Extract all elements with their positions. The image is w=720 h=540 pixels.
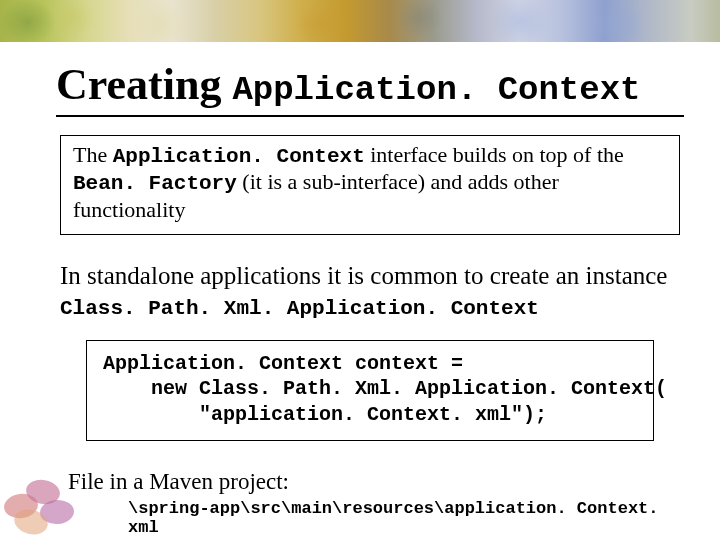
body-paragraph: In standalone applications it is common …: [60, 261, 680, 322]
body-classname: Class. Path. Xml. Application. Context: [60, 297, 539, 320]
code-block: Application. Context context = new Class…: [86, 340, 654, 441]
intro-classname-2: Bean. Factory: [73, 172, 237, 195]
slide-content: Creating Application. Context The Applic…: [0, 42, 720, 537]
intro-text-2: interface builds on top of the: [365, 142, 624, 167]
decorative-banner: [0, 0, 720, 42]
title-classname: Application. Context: [232, 71, 640, 109]
intro-classname-1: Application. Context: [113, 145, 365, 168]
slide-title: Creating Application. Context: [56, 62, 684, 109]
intro-text-1: The: [73, 142, 113, 167]
title-prefix: Creating: [56, 60, 232, 109]
footer-path: \spring-app\src\main\resources\applicati…: [128, 499, 684, 537]
title-underline: [56, 115, 684, 117]
intro-box: The Application. Context interface build…: [60, 135, 680, 235]
body-text: In standalone applications it is common …: [60, 262, 667, 289]
footer-label: File in a Maven project:: [68, 469, 680, 495]
